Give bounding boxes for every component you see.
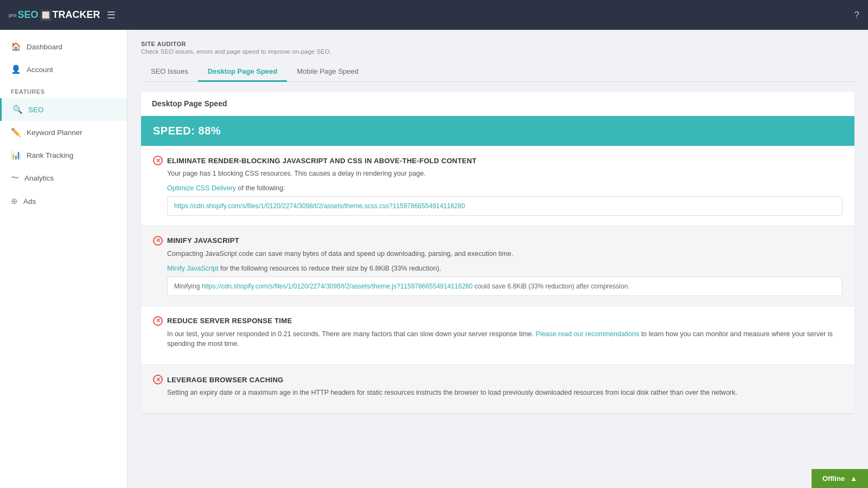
sidebar-item-dashboard[interactable]: 🏠 Dashboard — [0, 35, 127, 58]
issue-desc-3: In our test, your server responded in 0.… — [153, 329, 843, 350]
issue-action-link-2[interactable]: Minify JavaScript — [167, 265, 218, 272]
topnav-left: proSEO🔲TRACKER ☰ — [9, 9, 116, 21]
error-icon-3: ✕ — [153, 316, 163, 326]
card-title: Desktop Page Speed — [141, 92, 854, 116]
issue-action-link-3[interactable]: Please read our recommendations — [535, 330, 639, 338]
sidebar-item-keyword-planner[interactable]: ✏️ Keyword Planner — [0, 121, 127, 144]
sidebar-item-ads-label: Ads — [23, 197, 36, 206]
issue-code-suffix-2: could save 6.8KiB (33% reduction) after … — [473, 282, 629, 290]
sidebar-item-account-label: Account — [27, 66, 53, 74]
sidebar-item-rank-tracking[interactable]: 📊 Rank Tracking — [0, 144, 127, 166]
features-section-label: FEATURES — [0, 81, 127, 98]
page-subtitle: Check SEO issues, errors and page speed … — [141, 48, 854, 55]
sidebar-item-ads[interactable]: ⊕ Ads — [0, 190, 127, 213]
issue-desc-4: Setting an expiry date or a maximum age … — [153, 388, 843, 398]
logo-tracker-text: TRACKER — [53, 9, 100, 21]
tabs-bar: SEO Issues Desktop Page Speed Mobile Pag… — [141, 62, 854, 82]
issue-code-prefix-2: Minifying — [174, 282, 202, 290]
issue-desc-2: Compacting JavaScript code can save many… — [153, 249, 843, 259]
issue-action-link-1[interactable]: Optimize CSS Delivery — [167, 184, 236, 192]
bar-chart-icon: 📊 — [11, 150, 21, 160]
desktop-speed-card: Desktop Page Speed SPEED: 88% ✕ ELIMINAT… — [141, 92, 854, 413]
top-navigation: proSEO🔲TRACKER ☰ ? — [0, 0, 868, 30]
hamburger-menu-icon[interactable]: ☰ — [107, 9, 116, 21]
sidebar-item-dashboard-label: Dashboard — [27, 43, 62, 51]
issue-action-text-1: of the following: — [236, 184, 285, 192]
offline-chevron-icon: ▲ — [850, 474, 857, 483]
error-icon-2: ✕ — [153, 236, 163, 246]
tab-seo-issues[interactable]: SEO Issues — [141, 62, 198, 82]
account-icon: 👤 — [11, 65, 21, 74]
issue-title-4: LEVERAGE BROWSER CACHING — [167, 376, 284, 384]
offline-label: Offline — [822, 474, 845, 483]
logo-pro-text: pro — [9, 12, 17, 18]
sidebar-item-account[interactable]: 👤 Account — [0, 58, 127, 81]
issue-title-row-3: ✕ REDUCE SERVER RESPONSE TIME — [153, 316, 843, 326]
issue-leverage-browser-caching: ✕ LEVERAGE BROWSER CACHING Setting an ex… — [141, 365, 854, 413]
tab-mobile-page-speed[interactable]: Mobile Page Speed — [287, 62, 368, 82]
sidebar-item-analytics-label: Analytics — [24, 174, 54, 182]
issue-code-link-1[interactable]: https://cdn.shopify.com/s/files/1/0120/2… — [174, 202, 465, 210]
speed-banner: SPEED: 88% — [141, 116, 854, 146]
page-layout: 🏠 Dashboard 👤 Account FEATURES 🔍 SEO ✏️ … — [0, 30, 868, 488]
issue-title-3: REDUCE SERVER RESPONSE TIME — [167, 317, 292, 325]
issue-title-1: ELIMINATE RENDER-BLOCKING JAVASCRIPT AND… — [167, 157, 476, 165]
issue-title-row-2: ✕ MINIFY JAVASCRIPT — [153, 236, 843, 246]
issue-title-2: MINIFY JAVASCRIPT — [167, 236, 239, 245]
error-icon-1: ✕ — [153, 156, 163, 165]
tab-desktop-page-speed[interactable]: Desktop Page Speed — [198, 62, 288, 82]
logo: proSEO🔲TRACKER — [9, 9, 100, 21]
issue-desc-1: Your page has 1 blocking CSS resources. … — [153, 169, 843, 179]
sidebar-item-rank-label: Rank Tracking — [27, 151, 73, 159]
analytics-icon: 〜 — [11, 173, 19, 183]
page-title: SITE AUDITOR — [141, 41, 854, 47]
edit-icon: ✏️ — [11, 127, 21, 137]
ads-icon: ⊕ — [11, 196, 18, 206]
issue-title-row-4: ✕ LEVERAGE BROWSER CACHING — [153, 375, 843, 384]
logo-seo-text: SEO — [18, 9, 39, 21]
issue-reduce-server-response: ✕ REDUCE SERVER RESPONSE TIME In our tes… — [141, 306, 854, 365]
issue-action-2: Minify JavaScript for the following reso… — [153, 265, 843, 272]
issue-code-box-1: https://cdn.shopify.com/s/files/1/0120/2… — [167, 196, 843, 216]
page-header: SITE AUDITOR Check SEO issues, errors an… — [141, 41, 854, 55]
sidebar: 🏠 Dashboard 👤 Account FEATURES 🔍 SEO ✏️ … — [0, 30, 127, 488]
issue-action-1: Optimize CSS Delivery of the following: — [153, 184, 843, 192]
issue-code-box-2: Minifying https://cdn.shopify.com/s/file… — [167, 277, 843, 296]
issue-code-link-2[interactable]: https://cdn.shopify.com/s/files/1/0120/2… — [202, 282, 473, 290]
issue-desc-text-3: In our test, your server responded in 0.… — [167, 330, 534, 338]
issue-eliminate-render-blocking: ✕ ELIMINATE RENDER-BLOCKING JAVASCRIPT A… — [141, 146, 854, 226]
issue-action-text-2: for the following resources to reduce th… — [218, 265, 441, 272]
sidebar-item-seo-label: SEO — [28, 106, 44, 114]
main-content: SITE AUDITOR Check SEO issues, errors an… — [127, 30, 868, 488]
sidebar-item-analytics[interactable]: 〜 Analytics — [0, 166, 127, 190]
sidebar-item-seo[interactable]: 🔍 SEO — [0, 98, 127, 121]
home-icon: 🏠 — [11, 42, 21, 52]
issue-minify-javascript: ✕ MINIFY JAVASCRIPT Compacting JavaScrip… — [141, 226, 854, 306]
issue-title-row-1: ✕ ELIMINATE RENDER-BLOCKING JAVASCRIPT A… — [153, 156, 843, 165]
help-icon[interactable]: ? — [854, 10, 859, 20]
offline-badge[interactable]: Offline ▲ — [812, 469, 868, 488]
search-icon: 🔍 — [12, 105, 23, 114]
error-icon-4: ✕ — [153, 375, 163, 384]
sidebar-item-keyword-label: Keyword Planner — [27, 129, 82, 137]
